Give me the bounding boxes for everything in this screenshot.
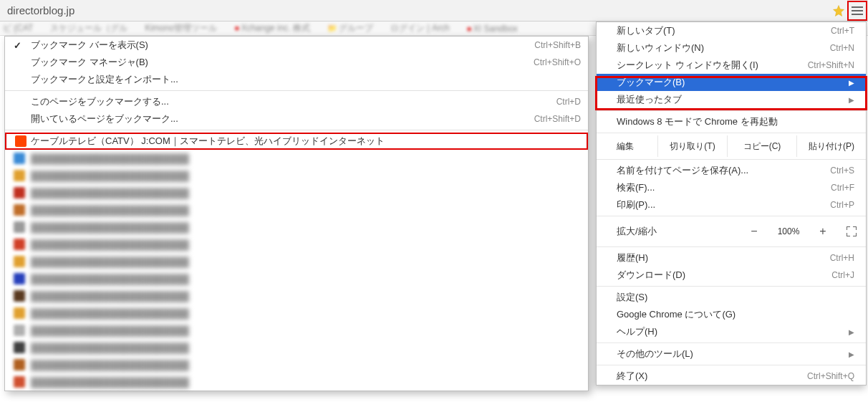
- favicon: [14, 170, 25, 181]
- bookmark-item[interactable]: ████████████████████████: [5, 322, 588, 339]
- menu-recent-tabs[interactable]: 最近使ったタブ▶: [597, 91, 866, 108]
- toolbar-item[interactable]: スケジュール（グル: [50, 22, 127, 34]
- favicon: [14, 256, 25, 267]
- item-label: ████████████████████████: [31, 274, 581, 284]
- bookmark-item[interactable]: ████████████████████████: [5, 236, 588, 253]
- cut-button[interactable]: 切り取り(T): [658, 135, 728, 157]
- item-label: ████████████████████████: [31, 222, 581, 233]
- favicon: [14, 359, 25, 370]
- zoom-out-button[interactable]: −: [740, 223, 768, 240]
- favicon: [14, 153, 25, 164]
- fullscreen-button[interactable]: [837, 226, 866, 236]
- menu-downloads[interactable]: ダウンロード(D)Ctrl+J: [597, 267, 866, 284]
- bookmark-item[interactable]: ████████████████████████: [5, 373, 588, 391]
- item-label: ブックマーク マネージャ(B): [31, 56, 526, 69]
- item-label: ████████████████████████: [31, 205, 581, 216]
- favicon: [14, 307, 25, 319]
- bookmark-item[interactable]: ████████████████████████: [5, 150, 588, 167]
- favicon: [14, 273, 25, 284]
- favicon: [14, 221, 25, 233]
- favicon: [14, 204, 25, 216]
- menu-about[interactable]: Google Chrome について(G): [597, 306, 866, 323]
- submenu-item[interactable]: ブックマーク マネージャ(B)Ctrl+Shift+O: [5, 54, 588, 71]
- separator: [597, 365, 866, 365]
- toolbar-item[interactable]: XI Sandbox: [467, 24, 518, 34]
- menu-win8-restart[interactable]: Windows 8 モードで Chrome を再起動: [597, 113, 866, 130]
- chrome-main-menu: 新しいタブ(T)Ctrl+T 新しいウィンドウ(N)Ctrl+N シークレット …: [596, 21, 867, 385]
- bookmark-item[interactable]: ████████████████████████: [5, 339, 588, 356]
- toolbar-item[interactable]: Xchange inc. 株式: [234, 22, 310, 34]
- menu-find[interactable]: 検索(F)...Ctrl+F: [597, 179, 866, 196]
- item-label: 開いているページをブックマーク...: [31, 112, 527, 125]
- item-label: ████████████████████████: [31, 325, 581, 336]
- menu-new-window[interactable]: 新しいウィンドウ(N)Ctrl+N: [597, 39, 866, 57]
- toolbar-item[interactable]: Kimono管理ツール: [145, 22, 217, 34]
- toolbar-item[interactable]: グループ: [327, 22, 373, 34]
- zoom-label: 拡大/縮小: [597, 225, 740, 238]
- toolbar-item[interactable]: ログイン | Arch: [390, 22, 449, 34]
- item-label: このページをブックマークする...: [31, 95, 549, 108]
- menu-bookmarks[interactable]: ブックマーク(B)▶: [597, 74, 866, 91]
- chevron-right-icon: ▶: [849, 79, 854, 87]
- bookmark-item[interactable]: ████████████████████████: [5, 167, 588, 184]
- item-label: ████████████████████████: [31, 377, 581, 388]
- shortcut-label: Ctrl+Shift+B: [534, 40, 581, 50]
- menu-print[interactable]: 印刷(P)...Ctrl+P: [597, 196, 866, 214]
- bookmark-item[interactable]: ████████████████████████: [5, 287, 588, 305]
- item-label: ████████████████████████: [31, 171, 581, 181]
- bookmark-item[interactable]: ████████████████████████: [5, 201, 588, 219]
- submenu-item[interactable]: ブックマークと設定をインポート...: [5, 71, 588, 88]
- chevron-right-icon: ▶: [849, 328, 854, 336]
- bookmark-item[interactable]: ████████████████████████: [5, 184, 588, 201]
- bookmark-item[interactable]: ████████████████████████: [5, 356, 588, 373]
- shortcut-label: Ctrl+Shift+D: [534, 114, 581, 124]
- menu-history[interactable]: 履歴(H)Ctrl+H: [597, 249, 866, 267]
- copy-button[interactable]: コピー(C): [728, 135, 797, 157]
- submenu-item[interactable]: このページをブックマークする...Ctrl+D: [5, 93, 588, 110]
- item-label: ケーブルテレビ（CATV） J:COM｜スマートテレビ、光ハイブリッドインターネ…: [31, 135, 579, 148]
- bookmarks-submenu: ブックマーク バーを表示(S)Ctrl+Shift+Bブックマーク マネージャ(…: [4, 36, 589, 391]
- menu-exit[interactable]: 終了(X)Ctrl+Shift+Q: [597, 368, 866, 385]
- url-field[interactable]: directorblog.jp: [0, 4, 830, 16]
- menu-new-tab[interactable]: 新しいタブ(T)Ctrl+T: [597, 22, 866, 39]
- item-label: ████████████████████████: [31, 342, 581, 353]
- chevron-right-icon: ▶: [849, 96, 854, 104]
- edit-label: 編集: [597, 135, 658, 157]
- menu-button[interactable]: [847, 1, 867, 21]
- item-label: ████████████████████████: [31, 239, 581, 250]
- address-bar: directorblog.jp: [0, 0, 868, 21]
- chevron-right-icon: ▶: [849, 350, 854, 358]
- edit-row: 編集 切り取り(T) コピー(C) 貼り付け(P): [597, 135, 866, 157]
- zoom-in-button[interactable]: +: [809, 223, 837, 240]
- separator: [5, 130, 588, 130]
- separator: [597, 216, 866, 216]
- menu-help[interactable]: ヘルプ(H)▶: [597, 323, 866, 340]
- favicon: [14, 325, 25, 336]
- submenu-item[interactable]: 開いているページをブックマーク...Ctrl+Shift+D: [5, 110, 588, 128]
- favicon: [14, 290, 25, 302]
- bookmark-item[interactable]: ████████████████████████: [5, 253, 588, 270]
- zoom-level: 100%: [768, 226, 809, 236]
- item-label: ████████████████████████: [31, 188, 581, 198]
- bookmark-item[interactable]: ████████████████████████: [5, 270, 588, 287]
- menu-save-as[interactable]: 名前を付けてページを保存(A)...Ctrl+S: [597, 162, 866, 179]
- bookmark-jcom[interactable]: ケーブルテレビ（CATV） J:COM｜スマートテレビ、光ハイブリッドインターネ…: [5, 133, 588, 150]
- menu-more-tools[interactable]: その他のツール(L)▶: [597, 345, 866, 363]
- bookmark-item[interactable]: ████████████████████████: [5, 219, 588, 236]
- zoom-row: 拡大/縮小 − 100% +: [597, 219, 866, 244]
- shortcut-label: Ctrl+Shift+O: [534, 57, 581, 67]
- bookmark-item[interactable]: ████████████████████████: [5, 305, 588, 322]
- favicon: [14, 342, 25, 353]
- menu-settings[interactable]: 設定(S): [597, 289, 866, 306]
- favicon: [14, 187, 25, 198]
- star-icon[interactable]: [830, 4, 847, 17]
- menu-incognito[interactable]: シークレット ウィンドウを開く(I)Ctrl+Shift+N: [597, 57, 866, 74]
- submenu-item[interactable]: ブックマーク バーを表示(S)Ctrl+Shift+B: [5, 37, 588, 54]
- favicon: [14, 376, 25, 388]
- item-label: ████████████████████████: [31, 153, 581, 164]
- paste-button[interactable]: 貼り付け(P): [797, 135, 866, 157]
- separator: [597, 159, 866, 160]
- separator: [597, 246, 866, 247]
- toolbar-item[interactable]: ビ (CAT: [3, 22, 33, 34]
- item-label: ブックマーク バーを表示(S): [31, 39, 527, 52]
